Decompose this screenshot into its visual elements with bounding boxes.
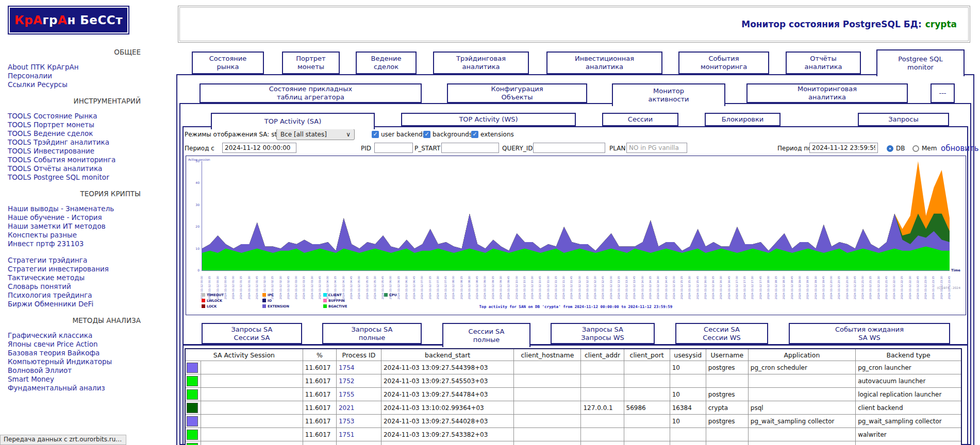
sidebar-link[interactable]: Базовая теория Вайкофа bbox=[8, 349, 141, 357]
table-cell: 2024-11-03 13:09:27.544784+03 bbox=[381, 388, 513, 401]
period-to-input[interactable] bbox=[809, 143, 878, 153]
sidebar-section-title: ИНСТРУМЕНТАРИЙ bbox=[8, 97, 141, 106]
query-id-input[interactable] bbox=[533, 143, 605, 153]
sidebar-link[interactable]: TOOLS Трэйдинг аналитика bbox=[8, 138, 141, 147]
sidebar-link[interactable]: Наше обучение - История bbox=[8, 213, 141, 222]
tab-queries-sa-sessions-sa[interactable]: Запросы SAСессии SA bbox=[202, 323, 302, 344]
sidebar-link[interactable]: Персоналии bbox=[8, 72, 141, 80]
tab-dashes[interactable]: --- bbox=[931, 83, 955, 103]
table-row: 11.601717552024-11-03 13:09:27.544784+03… bbox=[185, 388, 961, 401]
x-tick-label: 2024-11-12 22:00 bbox=[892, 272, 895, 299]
table-cell bbox=[706, 428, 748, 441]
radio-db[interactable]: DB bbox=[887, 143, 905, 154]
swatch-cell bbox=[185, 401, 201, 415]
refresh-button[interactable]: обновить bbox=[941, 143, 979, 154]
sidebar-link[interactable]: Стратегии трэйдинга bbox=[8, 256, 141, 265]
pid-input[interactable] bbox=[374, 143, 413, 153]
tab-trading-analytics[interactable]: Трэйдинговаяаналитика bbox=[433, 52, 529, 74]
tab-queries-sa-full[interactable]: Запросы SAполные bbox=[322, 323, 422, 344]
tab-queries-sa-queries-ws[interactable]: Запросы SAЗапросы WS bbox=[551, 323, 655, 344]
tab-wait-events-sa-ws[interactable]: События ожиданияSA WS bbox=[789, 323, 950, 344]
sidebar-link[interactable]: Тактические методы bbox=[8, 273, 141, 282]
process-id-link[interactable]: 2021 bbox=[336, 401, 381, 415]
sidebar-link[interactable]: Наши заметки ИТ методов bbox=[8, 222, 141, 231]
tab-aggregator-tables[interactable]: Состояние прикладныхтаблиц агрегатора bbox=[200, 83, 422, 103]
checkbox-extensions[interactable]: ✓ extensions bbox=[471, 129, 514, 140]
tab-postgres-monitor[interactable]: Postgree SQLmonitor bbox=[876, 49, 965, 76]
sidebar-link[interactable]: Инвест пртф 231103 bbox=[8, 239, 141, 248]
tab-top-activity-ws[interactable]: TOP Activity (WS) bbox=[401, 113, 576, 126]
x-tick-label: 2024-11-12 21:30 bbox=[877, 272, 880, 299]
process-id-link[interactable]: 1752 bbox=[336, 374, 381, 388]
table-row: 11.601717512024-11-03 13:09:27.543382+03… bbox=[185, 428, 961, 441]
chart-legend: TIMEOUTLWLOCKLOCKIPCIOEXTENSIONCLIENTBUF… bbox=[202, 292, 445, 309]
process-id-link[interactable]: 1753 bbox=[336, 415, 381, 428]
sidebar-link[interactable]: TOOLS Портрет монеты bbox=[8, 121, 141, 129]
sidebar-link[interactable]: Ссылки Ресурсы bbox=[8, 80, 141, 89]
tab-queries[interactable]: Запросы bbox=[858, 113, 949, 126]
sidebar-link[interactable]: Smart Money bbox=[8, 375, 141, 384]
tab-activity-monitor[interactable]: Мониторактивности bbox=[612, 83, 725, 106]
logo-text-part: н БеССт bbox=[67, 13, 123, 27]
table-cell bbox=[514, 388, 581, 401]
sidebar-link[interactable]: TOOLS Ведение сделок bbox=[8, 129, 141, 138]
sidebar-link[interactable]: TOOLS Состояние Рынка bbox=[8, 112, 141, 121]
session-color-swatch bbox=[187, 389, 198, 400]
tab-reports-analytics[interactable]: Отчётыаналитика bbox=[786, 52, 861, 74]
sidebar-link[interactable]: Графический классика bbox=[8, 331, 141, 340]
sidebar-link[interactable]: Стратегии инвестирования bbox=[8, 265, 141, 273]
sa-state-select[interactable]: Все [all states] ∨ bbox=[276, 129, 355, 140]
process-id-link[interactable]: 1754 bbox=[336, 361, 381, 374]
x-tick-label: 2024-11-12 20:30 bbox=[845, 272, 849, 299]
x-tick-label: 2024-11-12 12:15 bbox=[586, 272, 589, 299]
sidebar-link[interactable]: TOOLS События мониторинга bbox=[8, 156, 141, 164]
sidebar-link[interactable]: Конспекты разные bbox=[8, 231, 141, 239]
sidebar-group: TOOLS Состояние РынкаTOOLS Портрет монет… bbox=[8, 112, 141, 182]
tab-top-activity-sa[interactable]: TOP Activity (SA) bbox=[211, 113, 375, 129]
legend-swatch bbox=[262, 299, 266, 302]
sidebar-link[interactable]: Японы свечи Price Action bbox=[8, 340, 141, 349]
tab-sessions-sa-sessions-ws[interactable]: Сессии SAСессии WS bbox=[675, 323, 768, 344]
sidebar-link[interactable]: About ПТК КрАгрАн bbox=[8, 63, 141, 72]
x-tick-label: 2024-11-12 16:15 bbox=[711, 272, 715, 299]
tab-monitoring-analytics[interactable]: Мониторинговаяаналитика bbox=[746, 83, 908, 103]
x-tick-label: 2024-11-12 20:15 bbox=[837, 272, 840, 299]
process-id-link[interactable]: 1755 bbox=[336, 388, 381, 401]
tab-sessions-sa-full[interactable]: Сессии SAполные bbox=[442, 323, 530, 347]
table-cell bbox=[748, 388, 855, 401]
sidebar-link[interactable]: Наши выводы - Знаменатель bbox=[8, 204, 141, 213]
checkbox-backgrounds[interactable]: ✓ backgrounds bbox=[423, 129, 472, 140]
tab-locks[interactable]: Блокировки bbox=[705, 113, 780, 126]
tab-monitoring-events[interactable]: Событиямониторинга bbox=[678, 52, 769, 74]
table-cell bbox=[748, 428, 855, 441]
swatch-cell bbox=[185, 388, 201, 401]
p-start-label: P_START bbox=[414, 143, 440, 154]
tab-deals[interactable]: Ведениесделок bbox=[356, 52, 417, 74]
radio-mem[interactable]: Mem bbox=[912, 143, 937, 154]
sidebar-link[interactable]: TOOLS Отчёты аналитика bbox=[8, 164, 141, 173]
process-id-link[interactable]: 1654 bbox=[336, 441, 381, 445]
sidebar-link[interactable]: TOOLS Postgree SQL monitor bbox=[8, 173, 141, 182]
process-id-link[interactable]: 1751 bbox=[336, 428, 381, 441]
tab-sessions[interactable]: Сессии bbox=[602, 113, 678, 126]
swatch-cell bbox=[185, 361, 201, 374]
x-tick-label: 2024-11-12 18:15 bbox=[774, 272, 777, 299]
sidebar-link[interactable]: Компьютерный Индикаторы bbox=[8, 357, 141, 366]
tab-invest-analytics[interactable]: Инвестиционнаяаналитика bbox=[546, 52, 662, 74]
tab-market-state[interactable]: Состояниерынка bbox=[192, 52, 264, 74]
sidebar-link[interactable]: Волновой Эллиот bbox=[8, 366, 141, 375]
x-tick-label: 2024-11-12 22:45 bbox=[916, 272, 919, 299]
p-start-input[interactable] bbox=[441, 143, 499, 153]
tab-config-objects[interactable]: КонфигурацияОбъекты bbox=[447, 83, 587, 103]
tab-coin-portrait[interactable]: Портретмонеты bbox=[282, 52, 340, 74]
period-from-input[interactable] bbox=[222, 143, 296, 153]
sidebar-link[interactable]: TOOLS Инвестирование bbox=[8, 147, 141, 156]
sidebar-link[interactable]: Фундаментальный анализ bbox=[8, 384, 141, 392]
plan-input[interactable] bbox=[626, 143, 687, 153]
sidebar-link[interactable]: Психология трейдинга bbox=[8, 291, 141, 300]
checkbox-user-backends[interactable]: ✓ user backends bbox=[372, 129, 426, 140]
sidebar-group: Наши выводы - ЗнаменательНаше обучение -… bbox=[8, 204, 141, 248]
sidebar-link[interactable]: Словарь понятий bbox=[8, 282, 141, 291]
sidebar-link[interactable]: Биржи Обменники DeFi bbox=[8, 300, 141, 309]
table-cell: psql bbox=[748, 401, 855, 415]
